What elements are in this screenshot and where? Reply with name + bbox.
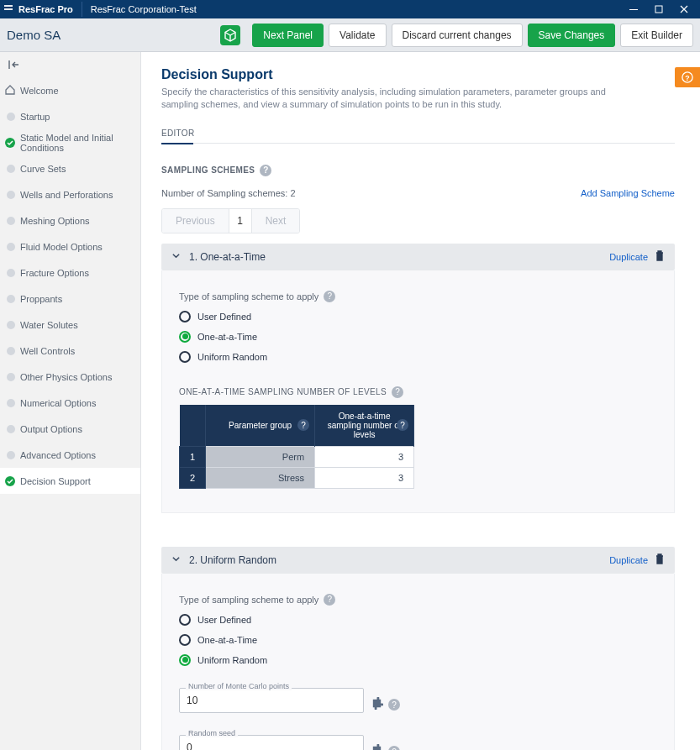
- page-title: Decision Support: [161, 67, 675, 82]
- sidebar-item-output[interactable]: Output Options: [0, 416, 140, 442]
- sidebar-item-advanced[interactable]: Advanced Options: [0, 442, 140, 468]
- sidebar-item-static-model[interactable]: Static Model and Initial Conditions: [0, 129, 140, 155]
- tab-underline: [161, 143, 193, 144]
- nav-label: Wells and Perforations: [20, 190, 113, 200]
- scheme-1-radio-user-defined[interactable]: User Defined: [179, 311, 657, 323]
- tab-editor[interactable]: EDITOR: [161, 128, 675, 144]
- help-button[interactable]: ?: [675, 67, 700, 87]
- sidebar-item-welcome[interactable]: Welcome: [0, 77, 140, 103]
- sidebar-item-well-controls[interactable]: Well Controls: [0, 338, 140, 364]
- sidebar-item-curve-sets[interactable]: Curve Sets: [0, 155, 140, 181]
- sidebar-collapse-button[interactable]: [0, 52, 140, 77]
- puzzle-icon[interactable]: [371, 697, 383, 713]
- help-icon[interactable]: ?: [388, 699, 400, 711]
- status-dot-icon: [7, 165, 15, 173]
- sidebar-item-startup[interactable]: Startup: [0, 103, 140, 129]
- exit-builder-button[interactable]: Exit Builder: [620, 24, 693, 47]
- radio-icon: [179, 311, 191, 323]
- pager-page-input[interactable]: [229, 209, 252, 233]
- svg-rect-1: [4, 8, 13, 10]
- add-sampling-scheme-link[interactable]: Add Sampling Scheme: [581, 188, 675, 198]
- nav-label: Decision Support: [20, 476, 91, 486]
- workspace-name: ResFrac Corporation-Test: [82, 4, 197, 14]
- pager: Previous Next: [161, 208, 300, 233]
- status-dot-icon: [7, 347, 15, 355]
- discard-changes-button[interactable]: Discard current changes: [392, 24, 523, 47]
- sidebar: Welcome Startup Static Model and Initial…: [0, 52, 141, 750]
- scheme-1-header[interactable]: 1. One-at-a-Time Duplicate: [161, 244, 675, 270]
- scheme-1-title: 1. One-at-a-Time: [189, 251, 266, 263]
- sidebar-item-meshing[interactable]: Meshing Options: [0, 207, 140, 233]
- sidebar-item-decision-support[interactable]: Decision Support: [0, 468, 140, 494]
- svg-rect-2: [629, 9, 638, 10]
- scheme-1-delete-button[interactable]: [655, 250, 665, 264]
- status-dot-icon: [7, 217, 15, 225]
- puzzle-icon[interactable]: [371, 744, 383, 750]
- scheme-2-header[interactable]: 2. Uniform Random Duplicate: [161, 547, 675, 574]
- help-icon[interactable]: ?: [392, 386, 403, 398]
- table-row: 1 Perm 3: [180, 446, 414, 467]
- sidebar-item-other-physics[interactable]: Other Physics Options: [0, 364, 140, 390]
- sidebar-item-fracture[interactable]: Fracture Options: [0, 260, 140, 286]
- nav-label: Proppants: [20, 294, 62, 304]
- scheme-1-type-label: Type of sampling scheme to apply: [179, 291, 318, 302]
- help-icon[interactable]: ?: [260, 165, 271, 176]
- nav-label: Output Options: [20, 424, 82, 434]
- radio-label: User Defined: [197, 312, 251, 322]
- scheme-2-radio-user-defined[interactable]: User Defined: [179, 614, 657, 626]
- cell-levels[interactable]: 3: [315, 446, 414, 467]
- scheme-1-radio-uniform-random[interactable]: Uniform Random: [179, 351, 657, 363]
- help-icon[interactable]: ?: [397, 419, 408, 431]
- nav-label: Other Physics Options: [20, 372, 112, 382]
- radio-label: One-at-a-Time: [197, 635, 257, 645]
- cell-parameter-group[interactable]: Perm: [206, 446, 315, 467]
- window-minimize-button[interactable]: [621, 0, 646, 18]
- radio-label: User Defined: [197, 615, 251, 625]
- radio-label: Uniform Random: [197, 352, 267, 362]
- levels-table: Parameter group? One-at-a-time sampling …: [179, 405, 414, 489]
- window-close-button[interactable]: [671, 0, 697, 18]
- radio-selected-icon: [179, 654, 191, 666]
- sidebar-item-numerical[interactable]: Numerical Options: [0, 390, 140, 416]
- scheme-1-duplicate-link[interactable]: Duplicate: [609, 252, 648, 262]
- chevron-down-icon: [171, 251, 181, 263]
- status-dot-icon: [7, 113, 15, 121]
- radio-icon: [179, 614, 191, 626]
- pager-previous-button[interactable]: Previous: [162, 209, 229, 233]
- radio-icon: [179, 351, 191, 363]
- help-icon[interactable]: ?: [297, 419, 309, 431]
- sidebar-item-fluid-model[interactable]: Fluid Model Options: [0, 233, 140, 260]
- svg-rect-0: [4, 5, 13, 7]
- sidebar-item-proppants[interactable]: Proppants: [0, 286, 140, 312]
- help-icon[interactable]: ?: [324, 594, 335, 606]
- cell-parameter-group[interactable]: Stress: [206, 467, 315, 488]
- mc-points-input[interactable]: [179, 688, 364, 713]
- random-seed-label: Random seed: [186, 729, 238, 737]
- row-number: 2: [180, 467, 206, 488]
- nav-label: Fluid Model Options: [20, 242, 103, 252]
- status-dot-icon: [7, 269, 15, 277]
- sidebar-item-water-solutes[interactable]: Water Solutes: [0, 312, 140, 338]
- scheme-2-radio-one-at-a-time[interactable]: One-at-a-Time: [179, 634, 657, 646]
- svg-text:?: ?: [685, 74, 689, 82]
- nav-label: Numerical Options: [20, 398, 96, 408]
- radio-icon: [179, 634, 191, 646]
- cell-levels[interactable]: 3: [315, 467, 414, 488]
- help-icon[interactable]: ?: [388, 746, 400, 750]
- scheme-2-delete-button[interactable]: [655, 553, 665, 567]
- section-heading-sampling: SAMPLING SCHEMES: [161, 165, 255, 175]
- scheme-2-radio-uniform-random[interactable]: Uniform Random: [179, 654, 657, 666]
- help-icon[interactable]: ?: [324, 291, 335, 302]
- window-maximize-button[interactable]: [646, 0, 671, 18]
- validate-button[interactable]: Validate: [329, 24, 386, 47]
- project-title: Demo SA: [7, 28, 61, 42]
- scheme-2-duplicate-link[interactable]: Duplicate: [609, 555, 648, 565]
- check-icon: [5, 138, 15, 148]
- scheme-1-radio-one-at-a-time[interactable]: One-at-a-Time: [179, 331, 657, 343]
- nav-label: Startup: [20, 112, 50, 122]
- status-dot-icon: [7, 373, 15, 381]
- pager-next-button[interactable]: Next: [252, 209, 300, 233]
- sidebar-item-wells[interactable]: Wells and Perforations: [0, 181, 140, 207]
- save-changes-button[interactable]: Save Changes: [528, 24, 616, 47]
- next-panel-button[interactable]: Next Panel: [252, 24, 324, 47]
